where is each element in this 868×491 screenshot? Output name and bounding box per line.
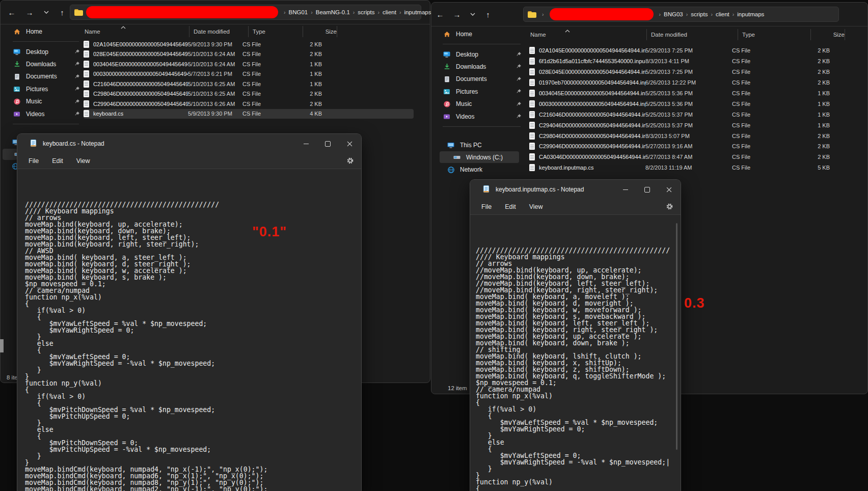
breadcrumb-item[interactable]: scripts — [357, 9, 375, 15]
file-row[interactable]: 00030000000000000000504944564944.inp... … — [84, 69, 414, 79]
menu-item[interactable]: File — [475, 201, 498, 212]
file-name: C299046D000000000000504944564944.inp... — [93, 101, 188, 107]
file-row[interactable]: 0034045E000000000000504944564944.inp... … — [84, 59, 414, 69]
file-row[interactable]: C299046D000000000000504944564944.inp... … — [84, 99, 414, 109]
sidebar-item-pictures[interactable]: Pictures — [440, 86, 524, 98]
file-row[interactable]: C298046D000000000000504944564944.inp... … — [84, 89, 414, 99]
notepad-title-bar[interactable]: keyboard.inputmap.cs - Notepad — [470, 180, 681, 199]
column-header-size[interactable]: Size — [303, 26, 337, 37]
minimize-icon[interactable] — [614, 180, 636, 199]
file-row[interactable]: 02A1045E000000000000504944564944.inp... … — [529, 45, 848, 56]
file-icon — [84, 50, 89, 58]
breadcrumb-item[interactable]: inputmaps — [737, 11, 765, 17]
breadcrumb-item[interactable]: BNG03 — [663, 11, 684, 17]
file-type: CS File — [242, 61, 292, 67]
sidebar-item-desktop[interactable]: Desktop — [440, 48, 524, 60]
sidebar-item-documents[interactable]: Documents — [440, 73, 524, 85]
sidebar-item-desktop[interactable]: Desktop — [10, 45, 82, 58]
breadcrumb-item[interactable]: client — [382, 9, 397, 15]
sidebar-item-documents[interactable]: Documents — [10, 70, 82, 83]
chevron-down-icon[interactable] — [40, 6, 52, 18]
sidebar-divider — [13, 41, 79, 42]
file-icon — [529, 153, 535, 160]
sidebar-item-music[interactable]: Music — [10, 95, 82, 107]
pin-icon — [516, 64, 522, 69]
breadcrumb-item[interactable]: client — [715, 11, 730, 17]
address-bar[interactable]: › › BNG03 › scripts › client › in — [523, 7, 839, 22]
column-header-type[interactable]: Type — [248, 26, 303, 37]
breadcrumb-item[interactable]: scripts — [690, 11, 708, 17]
breadcrumb-item[interactable]: BeamNG-0.1 — [315, 9, 350, 15]
file-type: CS File — [732, 90, 800, 96]
sidebar-item-windows-c[interactable]: Windows (C:) — [450, 151, 524, 163]
back-icon[interactable]: ← — [6, 6, 18, 18]
sidebar-item-downloads[interactable]: Downloads — [10, 58, 82, 70]
gear-icon[interactable] — [346, 157, 354, 167]
file-row[interactable]: keyboard.inputmap.cs 8/2/2013 11:19 AM C… — [529, 162, 848, 173]
sidebar-item-downloads[interactable]: Downloads — [440, 61, 524, 73]
back-icon[interactable]: ← — [434, 8, 446, 20]
sidebar-item-music[interactable]: Music — [440, 98, 524, 110]
file-row[interactable]: 00030000000000000000504944564944.inp... … — [529, 98, 848, 109]
file-row[interactable]: 028E045E000000000000504944564944.inp... … — [84, 49, 414, 60]
notepad-window-left: keyboard.cs - Notepad FileEditView /////… — [17, 133, 362, 491]
file-icon — [529, 122, 535, 129]
sidebar-divider — [443, 44, 521, 44]
up-icon[interactable]: ↑ — [56, 6, 68, 18]
file-row[interactable]: CA03046D000000000000504944564944.in... 5… — [529, 152, 848, 162]
close-icon[interactable] — [658, 180, 680, 199]
column-header-date[interactable]: Date modified — [646, 29, 738, 40]
code-line: { — [476, 485, 670, 491]
file-name: 028E045E000000000000504944564944.inp... — [539, 69, 645, 75]
breadcrumb-separator: › — [350, 9, 358, 15]
file-row[interactable]: C298046D000000000000504944564944.inp... … — [529, 130, 848, 141]
close-icon[interactable] — [339, 134, 361, 153]
file-icon — [84, 80, 89, 88]
file-row[interactable]: C299046D000000000000504944564944.inp... … — [529, 141, 848, 152]
sidebar-item-videos[interactable]: Videos — [10, 107, 82, 120]
file-row[interactable]: 01970eb7000000000000504944564944.inp... … — [529, 77, 848, 88]
column-header-name[interactable]: Name — [530, 29, 646, 40]
file-type: CS File — [732, 112, 800, 118]
notepad-text-area[interactable]: ////////////////////////////////////////… — [471, 215, 680, 491]
forward-icon[interactable]: → — [23, 6, 36, 18]
menu-item[interactable]: Edit — [45, 155, 70, 167]
menu-item[interactable]: File — [22, 155, 45, 167]
file-row[interactable]: 0034045E000000000000504944564944.inp... … — [529, 88, 848, 99]
breadcrumb-item[interactable]: BNG01 — [288, 9, 309, 15]
column-header-size[interactable]: Size — [810, 29, 845, 40]
maximize-icon[interactable] — [317, 134, 339, 153]
chevron-down-icon[interactable] — [467, 8, 479, 20]
sidebar-item-home[interactable]: Home — [10, 25, 82, 38]
minimize-icon[interactable] — [295, 134, 317, 153]
column-header-name[interactable]: Name — [85, 26, 189, 37]
column-header-date[interactable]: Date modified — [189, 26, 248, 37]
menu-item[interactable]: Edit — [498, 201, 523, 212]
sidebar-item-videos[interactable]: Videos — [440, 110, 524, 122]
file-size: 1 KB — [800, 101, 830, 107]
file-row[interactable]: keyboard.cs 5/9/2013 9:30 PM CS File 4 K… — [84, 109, 414, 119]
maximize-icon[interactable] — [636, 180, 658, 199]
menu-item[interactable]: View — [70, 155, 97, 167]
column-header-type[interactable]: Type — [738, 29, 810, 40]
file-row[interactable]: C216046D000000000000504944564944.inp... … — [529, 109, 848, 120]
file-row[interactable]: C216046D000000000000504944564944.inp... … — [84, 79, 414, 89]
file-row[interactable]: 6f1d2b61d5a011cfbfc7444553540000.inpu...… — [529, 56, 848, 67]
up-icon[interactable]: ↑ — [482, 8, 494, 20]
file-date: 6/26/2013 12:22 PM — [645, 79, 732, 86]
sidebar-item-this-pc[interactable]: This PC — [444, 139, 523, 151]
gear-icon[interactable] — [666, 203, 673, 212]
notepad-text-area[interactable]: ////////////////////////////////////////… — [18, 169, 361, 491]
file-row[interactable]: 02A1045E000000000000504944564944.inp... … — [84, 39, 414, 49]
file-row[interactable]: C294046D000000000000504944564944.inp... … — [529, 120, 848, 130]
notepad-title-bar[interactable]: keyboard.cs - Notepad — [17, 134, 361, 153]
scrollbar[interactable] — [676, 223, 677, 450]
sidebar-item-home[interactable]: Home — [440, 28, 524, 40]
sidebar-item-network[interactable]: Network — [444, 163, 523, 176]
sidebar-item-pictures[interactable]: Pictures — [10, 83, 82, 95]
breadcrumb-item[interactable]: inputmaps — [403, 9, 431, 15]
file-row[interactable]: 028E045E000000000000504944564944.inp... … — [529, 67, 848, 77]
address-bar[interactable]: › BNG01 › BeamNG-0.1 › scripts › client … — [70, 5, 421, 20]
forward-icon[interactable]: → — [451, 8, 463, 20]
menu-item[interactable]: View — [523, 201, 550, 212]
